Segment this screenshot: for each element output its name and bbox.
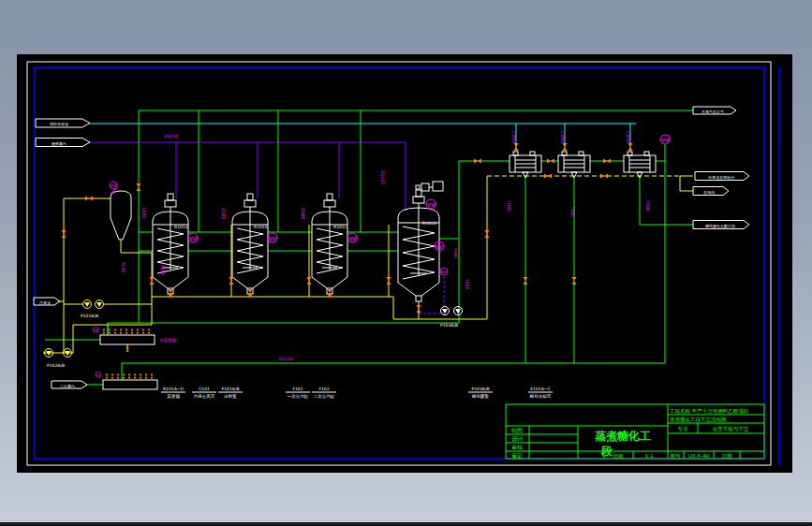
bottom-strip: [0, 522, 812, 526]
equipment-name: 糖化醪泵: [471, 393, 490, 400]
flag-label: 去地沟: [703, 190, 715, 195]
scale-value: 1:1: [645, 453, 654, 459]
flag-label: 不凝气去大气: [701, 110, 724, 114]
equipment-tag: R101A~D: [163, 387, 185, 391]
pipe-label: ZQ80: [221, 208, 226, 219]
flag-label: 自来水: [39, 300, 51, 305]
titleblock-row-label: 设计: [511, 435, 523, 442]
vessel-tag: R101b: [254, 225, 268, 229]
pipe-label: EZ150: [279, 357, 293, 361]
vessel-tag: R101c: [333, 225, 347, 229]
pump-label: P103A/B: [440, 323, 458, 328]
pipe-label: CW50: [560, 131, 565, 143]
pipe-label: TH80: [453, 246, 458, 258]
pipe-label: LS80: [141, 208, 146, 218]
major-label: 专业: [678, 426, 689, 431]
project-name: 工程名称:年产十万吨燃料乙醇项目: [670, 408, 748, 415]
equipment-name: 蒸煮锅: [167, 393, 180, 399]
pipe-label: TH80: [645, 199, 650, 212]
flag-label: 二次蒸汽: [60, 384, 75, 388]
equipment-tag: F102: [318, 387, 329, 391]
equipment-name: 出料泵: [224, 394, 237, 399]
drawing-title-line2: 段: [600, 445, 613, 458]
dwgno-value: U3-6-40: [688, 453, 709, 459]
pipe-label: YS50: [465, 278, 469, 289]
pipe-label: CW50: [511, 131, 516, 143]
pump-label: P101A/B: [81, 314, 98, 318]
titleblock-row-label: 审核: [511, 444, 523, 450]
date-label: 日期: [722, 453, 733, 460]
pipe-label: NJ50: [160, 266, 165, 276]
vessel-tag: R101a: [174, 225, 188, 229]
pipe-label: ZQ150: [164, 134, 178, 139]
equipment-tag: C101: [199, 387, 210, 391]
pipe-label: TH80: [570, 205, 575, 217]
pipe-label: 去蒸煮锅: [159, 337, 177, 343]
drawing-title-line1: 蒸煮糖化工: [594, 430, 651, 443]
equipment-name: 汽液分离器: [194, 394, 215, 399]
vessel-tag: R101d: [422, 221, 436, 226]
equipment-name: 二次分汽缸: [314, 393, 335, 399]
pipe-label: ZQ100: [380, 170, 385, 184]
equipment-tag: F101: [292, 387, 303, 391]
titleblock-row-label: 审定: [511, 452, 523, 460]
equipment-tag: P101A/B: [222, 387, 240, 391]
scale-label: 比例: [613, 453, 624, 460]
flag-label: 新鲜蒸汽: [52, 141, 66, 146]
dwgno-label: 图号: [671, 453, 682, 460]
equipment-tag: P103A/B: [472, 387, 490, 391]
equipment-name: 糖化冷却器: [529, 393, 552, 399]
major-value: 化学工程与工艺: [713, 426, 749, 432]
cad-viewport: R101a R101b R101c: [0, 0, 812, 526]
flag-label: 冷凝水去回收站: [708, 175, 734, 180]
equipment-tag: E101A~C: [530, 387, 550, 391]
pipe-label: ZQ80: [301, 208, 305, 219]
pipe-label: TH80: [507, 199, 511, 212]
equipment-name: 一次分汽缸: [288, 393, 309, 399]
flag-label: 循环冷却水: [50, 122, 68, 126]
pump-label: P102A/B: [47, 363, 65, 368]
pipe-label: XL40: [121, 262, 125, 272]
pipe-label: CW50: [626, 131, 630, 143]
titleblock-row-label: 制图: [511, 427, 523, 434]
drawing-subtitle: 蒸煮糖化工段工艺流程图: [670, 416, 727, 423]
